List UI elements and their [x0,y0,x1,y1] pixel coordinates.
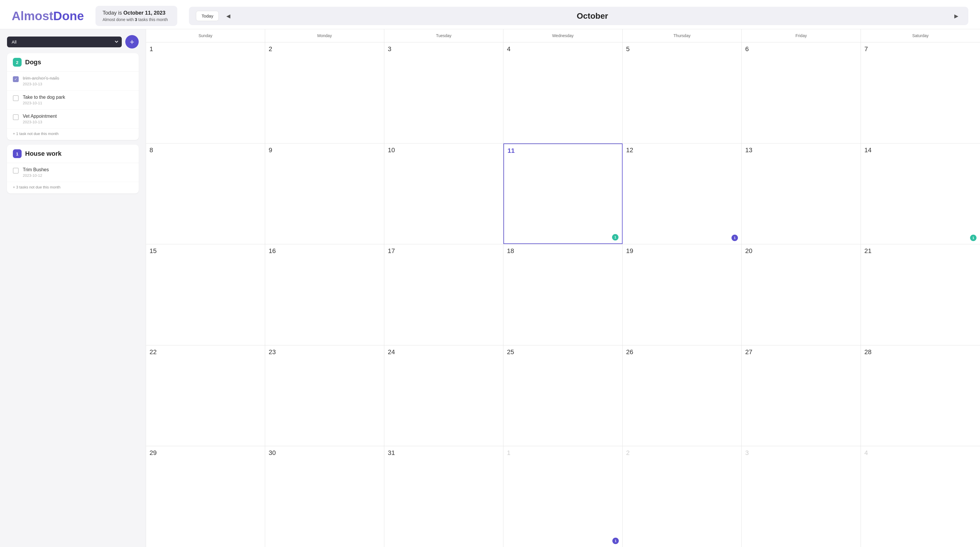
calendar-day-3-6[interactable]: 28 [861,345,980,446]
calendar-day-4-5[interactable]: 3 [742,446,861,547]
calendar-day-1-6[interactable]: 141 [861,144,980,244]
tasks-count: 3 [135,17,137,22]
calendar-day-0-2[interactable]: 3 [384,42,503,143]
nav-today-button[interactable]: Today [196,11,219,21]
calendar-day-0-0[interactable]: 1 [146,42,265,143]
calendar-day-4-6[interactable]: 4 [861,446,980,547]
task-name-trim-bushes: Trim Bushes [23,167,133,172]
day-number-1-1: 9 [269,147,380,154]
calendar-day-4-2[interactable]: 31 [384,446,503,547]
dot-purple-1-4-0: 1 [732,234,738,241]
calendar-day-0-6[interactable]: 7 [861,42,980,143]
group-header-housework: 1 House work [7,145,139,163]
task-item-trim-nails: trim archer's nails 2023-10-13 [7,72,139,91]
calendar-day-0-4[interactable]: 5 [622,42,742,143]
calendar-week-1: 891011112113141 [146,144,980,245]
filter-select[interactable]: All Dogs House work [7,37,122,47]
task-content-dog-park: Take to the dog park 2023-10-11 [23,95,133,105]
task-name-vet: Vet Appointment [23,114,133,119]
nav-prev-button[interactable]: ◀ [223,12,233,21]
day-number-1-6: 14 [864,147,977,154]
group-badge-housework: 1 [13,149,22,158]
calendar-day-3-3[interactable]: 25 [503,345,622,446]
calendar-day-0-1[interactable]: 2 [265,42,384,143]
nav-month-label: October [238,11,947,21]
task-checkbox-vet[interactable] [13,114,19,120]
add-task-button[interactable]: + [125,35,139,48]
task-item-dog-park: Take to the dog park 2023-10-11 [7,91,139,110]
day-number-0-0: 1 [150,45,261,53]
task-content-trim-nails: trim archer's nails 2023-10-13 [23,76,133,86]
calendar-day-1-0[interactable]: 8 [146,144,265,244]
group-card-housework: 1 House work Trim Bushes 2023-10-12 + 3 … [7,145,139,193]
day-number-3-2: 24 [388,348,500,356]
day-number-2-0: 15 [150,247,261,255]
calendar-day-3-0[interactable]: 22 [146,345,265,446]
calendar-day-4-3[interactable]: 11 [503,446,622,547]
calendar-day-1-4[interactable]: 121 [622,144,742,244]
calendar-day-3-2[interactable]: 24 [384,345,503,446]
dogs-extra-tasks[interactable]: + 1 task not due this month [7,129,139,140]
today-date-value: October 11, 2023 [123,10,165,16]
filter-row: All Dogs House work + [7,35,139,48]
day-header-sunday: Sunday [146,29,265,42]
day-number-4-3: 1 [507,449,619,457]
tasks-label: Almost done with [102,17,135,22]
day-number-4-2: 31 [388,449,500,457]
day-number-2-2: 17 [388,247,500,255]
day-number-4-1: 30 [269,449,380,457]
task-checkbox-trim-bushes[interactable] [13,168,19,174]
calendar-week-4: 29303111234 [146,446,980,547]
day-number-2-6: 21 [864,247,977,255]
calendar-day-2-2[interactable]: 17 [384,244,503,345]
calendar-day-1-3[interactable]: 111 [503,144,622,244]
task-name-dog-park: Take to the dog park [23,95,133,100]
calendar-day-0-3[interactable]: 4 [503,42,622,143]
calendar-day-2-3[interactable]: 18 [503,244,622,345]
day-number-0-1: 2 [269,45,380,53]
day-number-4-0: 29 [150,449,261,457]
task-checkbox-trim-nails[interactable] [13,76,19,82]
calendar-day-2-0[interactable]: 15 [146,244,265,345]
calendar-day-3-4[interactable]: 26 [622,345,742,446]
calendar-day-4-1[interactable]: 30 [265,446,384,547]
task-content-trim-bushes: Trim Bushes 2023-10-12 [23,167,133,178]
group-name-housework: House work [25,150,62,158]
group-name-dogs: Dogs [25,59,41,66]
calendar-day-3-1[interactable]: 23 [265,345,384,446]
calendar-day-1-1[interactable]: 9 [265,144,384,244]
calendar-day-2-5[interactable]: 20 [742,244,861,345]
day-headers: Sunday Monday Tuesday Wednesday Thursday… [146,29,980,42]
day-header-friday: Friday [742,29,861,42]
day-number-3-5: 27 [745,348,857,356]
calendar-week-2: 15161718192021 [146,244,980,345]
day-dots-1-6: 1 [864,234,977,241]
day-header-tuesday: Tuesday [384,29,503,42]
dot-teal-1-6-0: 1 [970,234,977,241]
calendar-day-0-5[interactable]: 6 [742,42,861,143]
day-number-0-3: 4 [507,45,619,53]
calendar-day-4-0[interactable]: 29 [146,446,265,547]
day-number-0-4: 5 [626,45,738,53]
calendar-day-1-2[interactable]: 10 [384,144,503,244]
task-content-vet: Vet Appointment 2023-10-13 [23,114,133,124]
day-number-3-6: 28 [864,348,977,356]
app-logo: AlmostDone [12,9,84,23]
task-date-dog-park: 2023-10-11 [23,101,133,105]
housework-extra-tasks[interactable]: + 3 tasks not due this month [7,182,139,193]
calendar-day-1-5[interactable]: 13 [742,144,861,244]
day-number-3-0: 22 [150,348,261,356]
group-badge-dogs: 2 [13,58,22,67]
task-item-vet: Vet Appointment 2023-10-13 [7,110,139,129]
nav-next-button[interactable]: ▶ [951,12,961,21]
day-number-2-5: 20 [745,247,857,255]
calendar-day-2-1[interactable]: 16 [265,244,384,345]
calendar-week-0: 1234567 [146,42,980,144]
calendar-day-3-5[interactable]: 27 [742,345,861,446]
day-number-4-4: 2 [626,449,738,457]
calendar-day-2-4[interactable]: 19 [622,244,742,345]
logo-done: Done [53,9,84,23]
calendar-day-2-6[interactable]: 21 [861,244,980,345]
task-checkbox-dog-park[interactable] [13,95,19,101]
calendar-day-4-4[interactable]: 2 [622,446,742,547]
